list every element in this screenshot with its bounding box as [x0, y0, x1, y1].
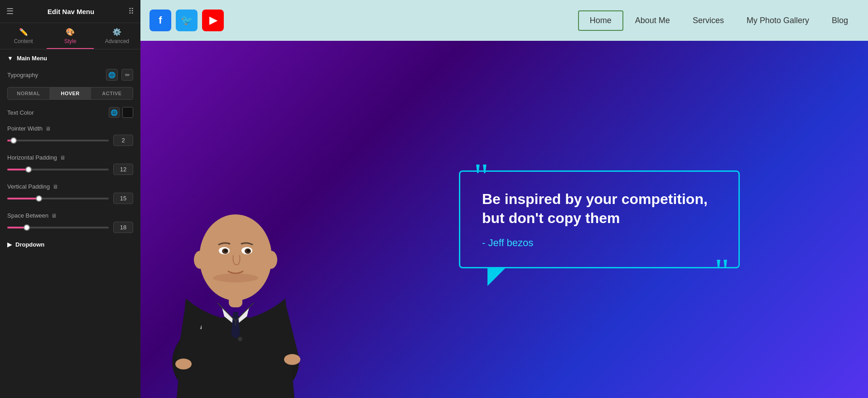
space-between-label: Space Between 🖥 — [7, 212, 57, 219]
hero-content: " Be inspired by your competition, but d… — [331, 41, 868, 398]
svg-point-14 — [175, 359, 192, 369]
dropdown-section[interactable]: ▶ Dropdown — [7, 241, 133, 248]
state-tab-active[interactable]: ACTIVE — [91, 87, 133, 99]
space-between-thumb[interactable] — [24, 224, 30, 231]
svg-point-13 — [238, 337, 242, 341]
preview-nav: f 🐦 ▶ Home About Me Services My Photo Ga… — [140, 0, 868, 41]
nav-menu: Home About Me Services My Photo Gallery … — [578, 10, 859, 31]
twitter-bird: 🐦 — [181, 15, 193, 26]
text-color-row: Text Color 🌐 — [7, 107, 133, 118]
horizontal-padding-slider-row: 12 — [7, 164, 133, 175]
tabs-bar: ✏️ Content 🎨 Style ⚙️ Advanced — [0, 23, 140, 49]
state-tab-hover[interactable]: HOVER — [49, 87, 91, 99]
pointer-width-label: Pointer Width 🖥 — [7, 125, 51, 132]
main-menu-section-header[interactable]: ▼ Main Menu — [7, 55, 133, 62]
panel-title: Edit Nav Menu — [48, 8, 94, 15]
nav-home-label: Home — [590, 16, 612, 25]
nav-item-gallery[interactable]: My Photo Gallery — [736, 11, 820, 30]
nav-item-blog[interactable]: Blog — [821, 11, 859, 30]
space-between-value[interactable]: 18 — [113, 222, 133, 233]
tab-content[interactable]: ✏️ Content — [0, 23, 47, 49]
left-panel: ☰ Edit Nav Menu ⠿ ✏️ Content 🎨 Style ⚙️ … — [0, 0, 140, 398]
space-between-text: Space Between — [7, 212, 48, 219]
vertical-padding-fill — [7, 198, 38, 199]
svg-point-11 — [213, 273, 258, 282]
svg-point-9 — [224, 249, 227, 252]
content-icon: ✏️ — [19, 28, 28, 36]
vertical-padding-track[interactable] — [7, 198, 109, 199]
pointer-width-row: Pointer Width 🖥 2 — [7, 125, 133, 146]
style-icon: 🎨 — [66, 28, 75, 36]
svg-point-4 — [265, 251, 277, 269]
social-icons-group: f 🐦 ▶ — [149, 10, 224, 31]
vertical-padding-value[interactable]: 15 — [113, 193, 133, 204]
quote-mark-open-icon: " — [474, 158, 489, 194]
grid-icon[interactable]: ⠿ — [128, 6, 134, 16]
typography-label: Typography — [7, 72, 38, 78]
space-between-slider-row: 18 — [7, 222, 133, 233]
pointer-width-value[interactable]: 2 — [113, 135, 133, 146]
monitor-icon-vp: 🖥 — [53, 184, 58, 190]
tab-style[interactable]: 🎨 Style — [47, 23, 93, 49]
horizontal-padding-label: Horizontal Padding 🖥 — [7, 154, 65, 161]
svg-point-15 — [284, 354, 300, 365]
nav-services-label: Services — [693, 16, 724, 25]
hero-quote-author: - Jeff bezos — [482, 237, 717, 249]
dropdown-chevron-icon: ▶ — [7, 241, 12, 248]
text-color-label: Text Color — [7, 109, 34, 116]
hamburger-icon[interactable]: ☰ — [6, 6, 14, 16]
nav-item-home[interactable]: Home — [578, 10, 623, 31]
nav-item-about[interactable]: About Me — [624, 11, 681, 30]
state-tab-normal[interactable]: NORMAL — [8, 87, 49, 99]
pointer-width-slider-row: 2 — [7, 135, 133, 146]
nav-item-services[interactable]: Services — [682, 11, 735, 30]
horizontal-padding-track[interactable] — [7, 169, 109, 170]
color-box-black[interactable] — [122, 107, 133, 118]
horizontal-padding-value[interactable]: 12 — [113, 164, 133, 175]
horizontal-padding-label-row: Horizontal Padding 🖥 — [7, 154, 133, 161]
person-svg — [149, 81, 322, 398]
facebook-icon[interactable]: f — [149, 10, 171, 31]
svg-point-10 — [247, 249, 250, 252]
advanced-icon: ⚙️ — [112, 28, 121, 36]
space-between-label-row: Space Between 🖥 — [7, 212, 133, 219]
vertical-padding-label: Vertical Padding 🖥 — [7, 183, 58, 190]
space-between-track[interactable] — [7, 227, 109, 228]
quote-box: " Be inspired by your competition, but d… — [459, 170, 740, 268]
color-globe-icon[interactable]: 🌐 — [109, 107, 120, 118]
horizontal-padding-row: Horizontal Padding 🖥 12 — [7, 154, 133, 175]
globe-icon-btn[interactable]: 🌐 — [106, 69, 118, 81]
color-controls: 🌐 — [109, 107, 133, 118]
nav-about-label: About Me — [635, 16, 670, 25]
monitor-icon-sb: 🖥 — [51, 213, 57, 219]
edit-icon-btn[interactable]: ✏ — [121, 69, 133, 81]
tab-content-label: Content — [14, 38, 33, 44]
quote-mark-close-icon: " — [714, 253, 729, 290]
pointer-width-thumb[interactable] — [10, 137, 17, 144]
youtube-icon[interactable]: ▶ — [202, 10, 224, 31]
nav-gallery-label: My Photo Gallery — [747, 16, 809, 25]
tab-advanced-label: Advanced — [105, 38, 129, 44]
dropdown-label: Dropdown — [15, 241, 44, 248]
svg-point-3 — [194, 251, 207, 269]
typography-row: Typography 🌐 ✏ — [7, 69, 133, 81]
monitor-icon-pw: 🖥 — [45, 126, 51, 132]
svg-point-2 — [199, 214, 272, 301]
vertical-padding-label-row: Vertical Padding 🖥 — [7, 183, 133, 190]
horizontal-padding-fill — [7, 169, 28, 170]
pointer-width-label-row: Pointer Width 🖥 — [7, 125, 133, 132]
pointer-width-text: Pointer Width — [7, 125, 43, 132]
horizontal-padding-thumb[interactable] — [25, 166, 32, 173]
twitter-icon[interactable]: 🐦 — [176, 10, 198, 31]
typography-actions: 🌐 ✏ — [106, 69, 133, 81]
nav-blog-label: Blog — [832, 16, 848, 25]
facebook-letter: f — [159, 15, 162, 26]
panel-header: ☰ Edit Nav Menu ⠿ — [0, 0, 140, 23]
pointer-width-track[interactable] — [7, 140, 109, 141]
vertical-padding-thumb[interactable] — [36, 195, 42, 202]
tab-advanced[interactable]: ⚙️ Advanced — [94, 23, 140, 49]
hero-quote-text: Be inspired by your competition, but don… — [482, 190, 717, 228]
youtube-play: ▶ — [209, 15, 217, 26]
monitor-icon-hp: 🖥 — [60, 155, 65, 161]
main-menu-label: Main Menu — [17, 55, 47, 62]
